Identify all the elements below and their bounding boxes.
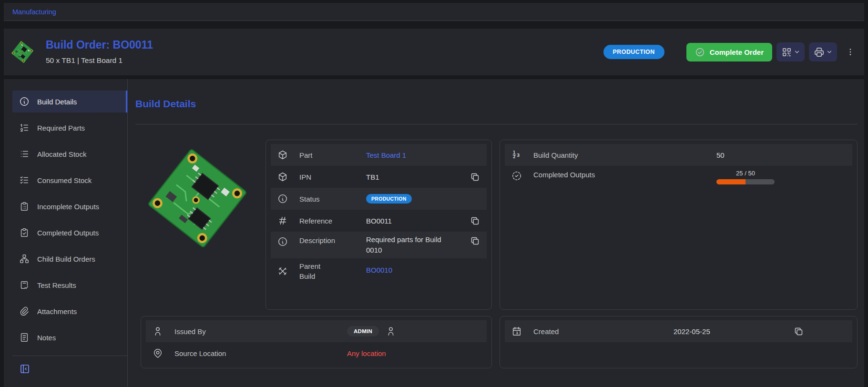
breadcrumb-link-manufacturing[interactable]: Manufacturing bbox=[12, 8, 56, 16]
detail-label-parent-build: Parent Build bbox=[299, 261, 366, 282]
sidebar-item-label: Consumed Stock bbox=[37, 176, 92, 184]
circle-check-icon bbox=[695, 47, 705, 57]
reference-value: BO0011 bbox=[366, 217, 392, 225]
header-actions: PRODUCTION Complete Order bbox=[603, 42, 856, 61]
panel-content: Build Details Part Test Board 1 IPN TB1 bbox=[128, 79, 864, 387]
sitemap-icon bbox=[19, 254, 30, 264]
issued-by-badge: ADMIN bbox=[347, 326, 379, 336]
part-thumbnail-image bbox=[10, 38, 35, 66]
sidebar-item-consumed-stock[interactable]: Consumed Stock bbox=[12, 169, 127, 191]
details-grid-bottom: Issued By ADMIN Source Location Any loca… bbox=[141, 316, 858, 368]
detail-row-reference: Reference BO0011 bbox=[271, 210, 487, 232]
page-title[interactable]: Build Order: BO0011 bbox=[46, 39, 153, 51]
sidebar-item-build-details[interactable]: Build Details bbox=[12, 91, 127, 112]
sidebar-item-label: Completed Outputs bbox=[37, 229, 99, 237]
build-stats-card: 123 Build Quantity 50 Completed Outputs … bbox=[500, 140, 858, 310]
detail-label-issued-by: Issued By bbox=[174, 327, 347, 336]
page-subtitle: 50 x TB1 | Test Board 1 bbox=[46, 56, 153, 65]
info-circle-icon bbox=[277, 194, 289, 204]
clipboard-check-icon bbox=[19, 227, 30, 238]
sidebar-divider bbox=[12, 356, 127, 356]
detail-row-source-location: Source Location Any location bbox=[146, 342, 487, 364]
stat-row-build-quantity: 123 Build Quantity 50 bbox=[505, 144, 852, 166]
detail-row-parent-build: Parent Build BO0010 bbox=[271, 258, 487, 285]
page-header: Build Order: BO0011 50 x TB1 | Test Boar… bbox=[4, 29, 864, 75]
detail-label-reference: Reference bbox=[299, 217, 366, 225]
complete-order-label: Complete Order bbox=[710, 48, 764, 56]
detail-label-status: Status bbox=[299, 195, 366, 203]
list-icon bbox=[19, 149, 30, 159]
issued-by-value: ADMIN bbox=[347, 326, 396, 336]
main-region: Build Details Required Parts Allocated S… bbox=[4, 79, 864, 387]
tools-icon bbox=[277, 266, 289, 276]
svg-text:1: 1 bbox=[516, 331, 518, 335]
completed-outputs-progress: 25 / 50 bbox=[716, 170, 775, 184]
sidebar-item-label: Notes bbox=[37, 334, 56, 342]
detail-row-created: 1 Created 2022-05-25 bbox=[505, 320, 852, 342]
stat-label-build-quantity: Build Quantity bbox=[533, 151, 716, 159]
list-check-icon bbox=[19, 175, 30, 185]
hash-icon bbox=[277, 215, 289, 226]
created-card: 1 Created 2022-05-25 bbox=[500, 316, 858, 368]
user-icon bbox=[153, 326, 164, 336]
info-circle-icon bbox=[277, 236, 289, 247]
sidebar-item-label: Attachments bbox=[37, 307, 77, 316]
user-icon bbox=[386, 326, 396, 336]
sidebar-item-attachments[interactable]: Attachments bbox=[12, 300, 127, 322]
issued-card: Issued By ADMIN Source Location Any loca… bbox=[141, 316, 492, 368]
sidebar-item-incomplete-outputs[interactable]: Incomplete Outputs bbox=[12, 195, 127, 217]
calendar-icon: 1 bbox=[511, 326, 523, 336]
svg-text:2: 2 bbox=[513, 154, 516, 159]
stat-row-completed-outputs: Completed Outputs 25 / 50 bbox=[505, 166, 852, 195]
panel-heading-divider bbox=[135, 124, 858, 124]
svg-text:3: 3 bbox=[517, 153, 520, 158]
copy-description-button[interactable] bbox=[470, 235, 480, 246]
box-icon bbox=[277, 150, 289, 160]
sidebar-item-notes[interactable]: Notes bbox=[12, 326, 127, 348]
copy-reference-button[interactable] bbox=[470, 215, 480, 226]
description-value: Required parts for Build 0010 bbox=[366, 234, 442, 255]
sidebar-item-completed-outputs[interactable]: Completed Outputs bbox=[12, 222, 127, 244]
header-titles: Build Order: BO0011 50 x TB1 | Test Boar… bbox=[46, 39, 153, 64]
copy-created-button[interactable] bbox=[794, 326, 804, 336]
source-location-value: Any location bbox=[347, 349, 386, 357]
chevron-down-icon bbox=[826, 49, 833, 55]
sidebar-item-child-build-orders[interactable]: Child Build Orders bbox=[12, 248, 127, 270]
build-details-card: Part Test Board 1 IPN TB1 Status PRODUCT… bbox=[266, 140, 492, 310]
sidebar: Build Details Required Parts Allocated S… bbox=[4, 79, 128, 387]
copy-ipn-button[interactable] bbox=[470, 172, 480, 182]
breadcrumb: Manufacturing bbox=[4, 3, 864, 21]
sidebar-item-required-parts[interactable]: Required Parts bbox=[12, 117, 127, 139]
part-link[interactable]: Test Board 1 bbox=[366, 151, 406, 159]
sidebar-collapse-icon bbox=[19, 363, 31, 375]
detail-row-description: Description Required parts for Build 001… bbox=[271, 232, 487, 258]
complete-order-button[interactable]: Complete Order bbox=[686, 43, 772, 61]
progress-track bbox=[716, 179, 775, 184]
more-actions-button[interactable] bbox=[845, 42, 856, 61]
build-quantity-value: 50 bbox=[716, 151, 725, 159]
clipboard-list-icon bbox=[19, 201, 30, 212]
box-icon bbox=[277, 172, 289, 182]
detail-label-source-location: Source Location bbox=[174, 349, 347, 357]
map-pin-icon bbox=[153, 348, 164, 358]
progress-bar-fill bbox=[716, 179, 745, 184]
parent-build-link[interactable]: BO0010 bbox=[366, 266, 392, 274]
part-image-cell bbox=[141, 140, 258, 310]
part-image[interactable] bbox=[141, 142, 254, 255]
print-button[interactable] bbox=[809, 42, 837, 61]
detail-label-ipn: IPN bbox=[299, 173, 366, 181]
detail-row-part: Part Test Board 1 bbox=[271, 144, 487, 166]
sidebar-item-allocated-stock[interactable]: Allocated Stock bbox=[12, 143, 127, 165]
status-badge: PRODUCTION bbox=[603, 45, 664, 59]
detail-row-status: Status PRODUCTION bbox=[271, 188, 487, 210]
sidebar-item-test-results[interactable]: Test Results bbox=[12, 274, 127, 296]
paperclip-icon bbox=[19, 306, 30, 316]
detail-row-issued-by: Issued By ADMIN bbox=[146, 320, 487, 342]
printer-icon bbox=[814, 47, 825, 58]
panel-heading: Build Details bbox=[135, 98, 858, 110]
report-check-icon bbox=[19, 280, 30, 290]
collapse-sidebar-button[interactable] bbox=[12, 362, 31, 376]
progress-check-icon bbox=[511, 171, 523, 181]
progress-label: 25 / 50 bbox=[736, 170, 755, 177]
qr-code-button[interactable] bbox=[776, 42, 805, 61]
